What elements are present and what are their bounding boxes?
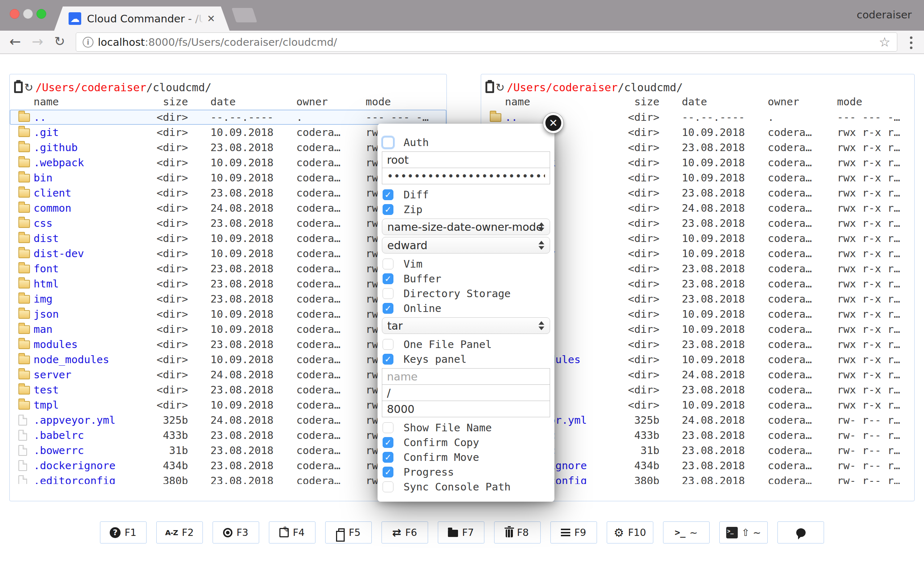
reload-icon[interactable]: ↻ bbox=[54, 33, 65, 50]
online-checkbox[interactable]: ✓ bbox=[383, 303, 393, 314]
file-name-link[interactable]: client bbox=[34, 187, 149, 199]
maximize-window-icon[interactable] bbox=[36, 9, 46, 19]
file-name-link[interactable]: test bbox=[34, 384, 149, 396]
file-name-link[interactable]: css bbox=[34, 217, 149, 229]
file-row[interactable]: ..<dir>--.--.----.--- --- -… bbox=[10, 110, 446, 125]
online-row[interactable]: ✓Online bbox=[382, 302, 550, 314]
file-name-link[interactable]: .appveyor.yml bbox=[34, 414, 149, 426]
close-window-icon[interactable] bbox=[10, 9, 19, 19]
columns-select[interactable]: name-size-date-owner-mode bbox=[382, 219, 550, 235]
file-name-link[interactable]: img bbox=[34, 293, 149, 305]
vim-checkbox[interactable] bbox=[383, 259, 393, 269]
show-file-name-row[interactable]: Show File Name bbox=[382, 422, 550, 434]
browser-menu-icon[interactable] bbox=[910, 36, 913, 49]
back-icon[interactable]: ← bbox=[10, 33, 21, 50]
one-file-panel-row[interactable]: One File Panel bbox=[382, 338, 550, 351]
directory-storage-checkbox[interactable] bbox=[383, 288, 393, 299]
diff-row[interactable]: ✓Diff bbox=[382, 189, 550, 201]
zip-checkbox[interactable]: ✓ bbox=[383, 204, 393, 215]
bookmark-star-icon[interactable]: ☆ bbox=[879, 35, 890, 49]
fkey-button-F6[interactable]: ⇄F6 bbox=[381, 521, 428, 543]
vim-row[interactable]: Vim bbox=[382, 258, 550, 270]
fkey-button-F8[interactable]: F8 bbox=[494, 521, 541, 543]
path-link-parent[interactable]: /Users/coderaiser bbox=[36, 81, 146, 94]
file-name-link[interactable]: node_modules bbox=[34, 353, 149, 366]
file-name-link[interactable]: modules bbox=[34, 338, 149, 351]
path-link-parent[interactable]: /Users/coderaiser bbox=[507, 81, 617, 94]
buffer-checkbox[interactable]: ✓ bbox=[383, 273, 393, 284]
column-header-owner[interactable]: owner bbox=[749, 95, 820, 108]
file-name-link[interactable]: bin bbox=[34, 172, 149, 184]
file-name-link[interactable]: .github bbox=[34, 141, 149, 154]
confirm-copy-checkbox[interactable]: ✓ bbox=[383, 437, 393, 448]
fkey-button-F10[interactable]: ⚙F10 bbox=[607, 521, 653, 543]
packer-select[interactable]: tar bbox=[382, 318, 550, 334]
browser-tab[interactable]: ☁ Cloud Commander - /Users/cod ✕ bbox=[54, 6, 229, 31]
password-input[interactable] bbox=[382, 168, 550, 184]
column-header-mode[interactable]: mode bbox=[348, 95, 446, 108]
fkey-button-F9[interactable]: F9 bbox=[551, 521, 597, 543]
minimize-window-icon[interactable] bbox=[23, 9, 33, 19]
port-input[interactable] bbox=[382, 401, 550, 417]
file-name-link[interactable]: .editorconfig bbox=[34, 475, 149, 484]
sync-console-path-row[interactable]: Sync Console Path bbox=[382, 481, 550, 493]
keys-panel-row[interactable]: ✓Keys panel bbox=[382, 353, 550, 365]
fkey-button-F5[interactable]: F5 bbox=[325, 521, 372, 543]
file-name-link[interactable]: .. bbox=[34, 111, 149, 123]
file-name-link[interactable]: .dockerignore bbox=[34, 459, 149, 472]
file-name-link[interactable]: .git bbox=[34, 126, 149, 139]
fkey-button-F4[interactable]: F4 bbox=[269, 521, 315, 543]
confirm-move-row[interactable]: ✓Confirm Move bbox=[382, 451, 550, 463]
zip-row[interactable]: ✓Zip bbox=[382, 203, 550, 216]
file-name-link[interactable]: dist-dev bbox=[34, 247, 149, 259]
column-header-date[interactable]: date bbox=[659, 95, 749, 108]
refresh-icon[interactable] bbox=[24, 81, 33, 94]
column-header-owner[interactable]: owner bbox=[278, 95, 348, 108]
username-input[interactable] bbox=[382, 152, 550, 168]
file-name-link[interactable]: .webpack bbox=[34, 156, 149, 169]
fkey-button-F1[interactable]: ?F1 bbox=[100, 521, 147, 543]
progress-row[interactable]: ✓Progress bbox=[382, 466, 550, 478]
fkey-button-F3[interactable]: F3 bbox=[213, 521, 259, 543]
file-name-link[interactable]: .bowerrc bbox=[34, 444, 149, 456]
diff-checkbox[interactable]: ✓ bbox=[383, 189, 393, 200]
copy-path-icon[interactable] bbox=[485, 82, 494, 93]
confirm-move-checkbox[interactable]: ✓ bbox=[383, 452, 393, 463]
tab-close-icon[interactable]: ✕ bbox=[207, 14, 215, 23]
show-file-name-checkbox[interactable] bbox=[383, 422, 393, 433]
auth-row[interactable]: Auth bbox=[382, 136, 550, 148]
column-header-date[interactable]: date bbox=[188, 95, 278, 108]
new-tab-button[interactable] bbox=[232, 8, 257, 23]
editor-select[interactable]: edward bbox=[382, 237, 550, 253]
column-header-size[interactable]: size bbox=[620, 95, 659, 108]
prefix-input[interactable] bbox=[382, 384, 550, 401]
address-bar[interactable]: i localhost:8000/fs/Users/coderaiser/clo… bbox=[76, 32, 897, 52]
sync-console-path-checkbox[interactable] bbox=[383, 482, 393, 492]
buffer-row[interactable]: ✓Buffer bbox=[382, 272, 550, 285]
page-info-icon[interactable]: i bbox=[82, 37, 94, 48]
file-name-link[interactable]: font bbox=[34, 263, 149, 275]
file-name-link[interactable]: .babelrc bbox=[34, 429, 149, 442]
refresh-icon[interactable] bbox=[496, 81, 505, 94]
fkey-button-⇧ ~[interactable]: >_⇧ ~ bbox=[719, 521, 768, 543]
fkey-button-F7[interactable]: F7 bbox=[438, 521, 485, 543]
progress-checkbox[interactable]: ✓ bbox=[383, 467, 393, 477]
directory-storage-row[interactable]: Directory Storage bbox=[382, 287, 550, 300]
file-name-link[interactable]: dist bbox=[34, 232, 149, 245]
column-header-name[interactable]: name bbox=[34, 95, 149, 108]
keys-panel-checkbox[interactable]: ✓ bbox=[383, 354, 393, 364]
one-file-panel-checkbox[interactable] bbox=[383, 339, 393, 350]
fkey-button-~[interactable]: >_~ bbox=[663, 521, 709, 543]
copy-path-icon[interactable] bbox=[14, 82, 23, 93]
confirm-copy-row[interactable]: ✓Confirm Copy bbox=[382, 436, 550, 449]
column-header-size[interactable]: size bbox=[149, 95, 188, 108]
column-header-mode[interactable]: mode bbox=[820, 95, 914, 108]
file-name-link[interactable]: man bbox=[34, 323, 149, 335]
column-header-name[interactable]: name bbox=[505, 95, 620, 108]
dialog-close-button[interactable]: ✕ bbox=[543, 113, 564, 133]
file-name-link[interactable]: common bbox=[34, 202, 149, 214]
fkey-button-chat[interactable] bbox=[777, 521, 824, 543]
file-name-link[interactable]: json bbox=[34, 308, 149, 320]
auth-checkbox[interactable] bbox=[383, 137, 393, 148]
file-name-link[interactable]: server bbox=[34, 369, 149, 381]
